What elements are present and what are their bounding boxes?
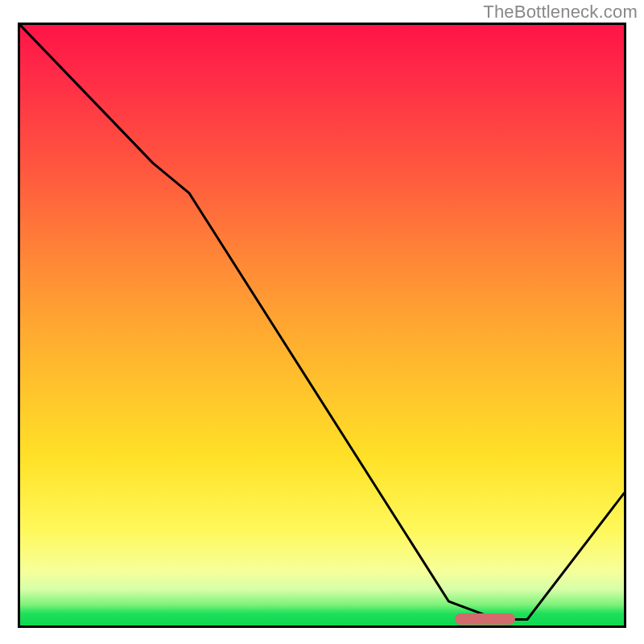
- bottleneck-curve: [20, 25, 624, 625]
- plot-area: [18, 23, 626, 628]
- curve-path: [20, 25, 624, 620]
- optimal-marker: [455, 613, 515, 625]
- chart-container: TheBottleneck.com: [0, 0, 644, 644]
- watermark-text: TheBottleneck.com: [483, 2, 638, 23]
